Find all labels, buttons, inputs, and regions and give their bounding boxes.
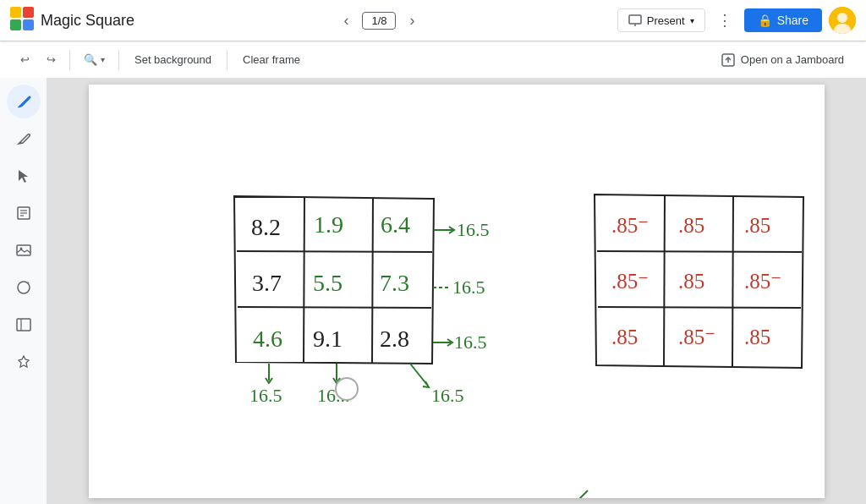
cell-r3c1: 4.6 [253,326,282,352]
jamboard-icon [721,52,736,68]
avatar-image [829,7,856,34]
svg-point-7 [837,13,847,23]
top-bar: Magic Square ‹ 1/8 › Present ▾ ⋮ 🔒 Share [0,0,866,41]
textbox-tool-button[interactable] [7,308,41,342]
image-icon [14,241,33,260]
clear-frame-button[interactable]: Clear frame [234,48,309,71]
open-jamboard-label: Open on a Jamboard [741,53,844,66]
left-toolbar: + [0,78,47,504]
open-jamboard-button[interactable]: Open on a Jamboard [712,47,852,73]
cell-r1c2: 1.9 [314,211,343,238]
undo-button[interactable]: ↩ [14,48,36,71]
prev-slide-button[interactable]: ‹ [337,8,355,33]
marker-icon [14,129,33,148]
svg-rect-15 [17,245,30,255]
sticky-note-button[interactable] [7,196,41,230]
laser-tool-button[interactable] [7,345,41,379]
zoom-button[interactable]: 🔍 ▾ [77,48,112,71]
present-dropdown-icon: ▾ [690,16,694,25]
cell-r3c2: 9.1 [313,326,343,352]
rcell-r3c3: .85 [744,326,770,348]
redo-icon: ↪ [47,53,56,66]
sum-col2: 16... [317,385,350,406]
redo-button[interactable]: ↪ [40,48,63,71]
app-logo [10,7,34,34]
page-indicator: 1/8 [362,12,396,30]
app-title: Magic Square [41,12,134,30]
svg-rect-3 [23,19,34,30]
topbar-right: Present ▾ ⋮ 🔒 Share [617,6,856,35]
marker-tool-button[interactable] [7,122,41,156]
zoom-icon: 🔍 [84,53,97,66]
rcell-r2c2: .85 [678,270,704,293]
present-label: Present [647,14,685,27]
svg-rect-1 [23,7,34,18]
cell-r3c3: 2.8 [380,326,409,352]
main-area: + [0,78,866,504]
sum-row1: 16.5 [457,219,490,240]
sum-row2: 16.5 [452,277,485,298]
shape-icon: + [14,278,33,297]
textbox-icon [14,315,33,334]
toolbar-separator-1 [69,50,70,70]
shape-tool-button[interactable]: + [7,271,41,304]
more-options-button[interactable]: ⋮ [712,6,737,35]
slide-content: 8.2 1.9 6.4 16.5 3.7 5.5 7.3 16.5 4.6 9.… [89,85,825,498]
present-button[interactable]: Present ▾ [617,8,705,32]
cell-r1c3: 6.4 [381,211,410,238]
zoom-dropdown-icon: ▾ [101,55,105,64]
toolbar-bar: ↩ ↪ 🔍 ▾ Set background Clear frame Open … [0,41,866,78]
rcell-r3c1: .85 [611,326,638,348]
select-tool-button[interactable] [7,159,41,193]
svg-rect-19 [17,319,30,331]
share-label: Share [777,14,808,27]
sum-row3: 16.5 [454,331,487,353]
share-button[interactable]: 🔒 Share [744,8,822,32]
set-background-button[interactable]: Set background [126,48,220,71]
image-tool-button[interactable] [7,233,41,267]
bottom-mark [579,490,588,498]
slide[interactable]: 8.2 1.9 6.4 16.5 3.7 5.5 7.3 16.5 4.6 9.… [89,85,825,498]
canvas-area: 8.2 1.9 6.4 16.5 3.7 5.5 7.3 16.5 4.6 9.… [47,78,866,504]
share-lock-icon: 🔒 [758,14,772,27]
cell-r2c3: 7.3 [380,270,409,296]
svg-rect-2 [10,19,21,30]
next-slide-button[interactable]: › [403,8,421,33]
toolbar-separator-2 [118,50,119,70]
rcell-r2c3: .85⁻ [744,270,781,293]
svg-rect-4 [629,15,641,24]
rcell-r2c1: .85⁻ [611,270,649,293]
rcell-r1c1: .85⁻ [611,214,649,237]
svg-text:+: + [26,280,30,286]
user-avatar[interactable] [829,7,856,34]
sum-col1: 16.5 [249,385,282,406]
sum-col3: 16.5 [431,385,464,406]
sticky-note-icon [14,204,33,222]
rcell-r1c2: .85 [678,214,704,237]
svg-rect-0 [10,7,21,18]
undo-icon: ↩ [20,53,30,66]
pen-tool-button[interactable] [7,85,41,118]
select-icon [14,167,33,185]
laser-icon [14,353,33,371]
cell-r2c2: 5.5 [313,270,343,296]
cell-r1c1: 8.2 [251,214,281,240]
rcell-r1c3: .85 [744,214,770,237]
present-icon [628,14,642,27]
rcell-r3c2: .85⁻ [678,326,715,348]
cell-r2c1: 3.7 [252,270,282,296]
pen-icon [14,92,33,111]
toolbar-separator-3 [227,50,227,70]
